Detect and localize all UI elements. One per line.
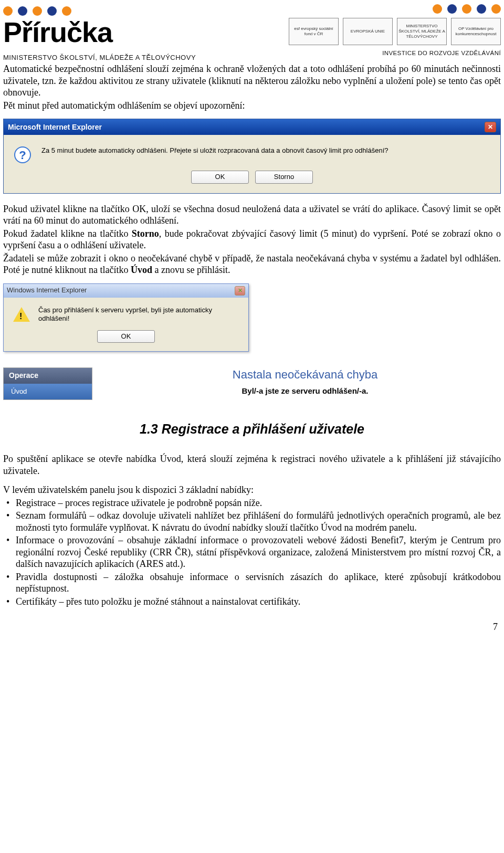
decorative-dots-right: [433, 4, 501, 14]
error-title: Nastala neočekávaná chyba: [109, 367, 501, 382]
list-item: Pravidla dostupnosti – záložka obsahuje …: [16, 571, 501, 595]
list-item: Certifikáty – přes tuto položku je možné…: [16, 596, 501, 608]
bold-storno: Storno: [132, 228, 159, 239]
msmt-logo: MINISTERSTVO ŠKOLSTVÍ, MLÁDEŽE A TĚLOVÝC…: [397, 18, 447, 45]
paragraph-5: V levém uživatelském panelu jsou k dispo…: [3, 484, 501, 496]
paragraph-4: Po spuštění aplikace se otevře nabídka Ú…: [3, 453, 501, 477]
ok-button[interactable]: OK: [97, 330, 155, 343]
section-number: 1.3: [140, 422, 158, 436]
document-content: Automatické bezpečnostní odhlášení slouž…: [0, 63, 504, 612]
list-item: Registrace – proces registrace uživatele…: [16, 497, 501, 509]
invest-tagline: INVESTICE DO ROZVOJE VZDĚLÁVÁNÍ: [382, 49, 501, 57]
dot-icon: [18, 6, 27, 16]
dot-icon: [47, 6, 57, 16]
close-icon[interactable]: ✕: [485, 122, 496, 132]
paragraph-3b: Pokud žadatel klikne na tlačítko Storno,…: [3, 228, 501, 251]
dialog2-button-row: OK: [4, 327, 248, 351]
paragraph-2: Pět minut před automatickým odhlášením s…: [3, 100, 501, 112]
operations-header: Operace: [4, 368, 92, 384]
dot-icon: [33, 6, 42, 16]
paragraph-3a: Pokud uživatel klikne na tlačítko OK, ul…: [3, 203, 501, 227]
ministry-subtitle: MINISTERSTVO ŠKOLSTVÍ, MLÁDEŽE A TĚLOVÝC…: [3, 54, 196, 62]
dialog1-title: Microsoft Internet Explorer: [8, 123, 102, 132]
ie-timeout-dialog: Windows Internet Explorer ✕ Čas pro přih…: [3, 283, 249, 352]
dialog2-title: Windows Internet Explorer: [7, 286, 87, 294]
question-icon: ?: [14, 146, 31, 163]
header-left: Příručka MINISTERSTVO ŠKOLSTVÍ, MLÁDEŽE …: [3, 3, 196, 62]
dialog2-titlebar: Windows Internet Explorer ✕: [4, 284, 248, 298]
bold-uvod: Úvod: [131, 265, 152, 275]
text-span: Pokud žadatel klikne na tlačítko: [3, 228, 132, 239]
operations-sidebar: Operace Úvod: [3, 367, 92, 400]
dot-icon: [62, 6, 71, 16]
header-right: esf evropský sociální fond v ČR EVROPSKÁ…: [289, 4, 501, 57]
dot-icon: [3, 6, 13, 16]
sidebar-item-uvod[interactable]: Úvod: [4, 384, 92, 399]
warning-icon: [13, 307, 30, 322]
dialog2-message: Čas pro přihlášení k serveru vypršel, by…: [38, 306, 239, 323]
error-panel: Operace Úvod Nastala neočekávaná chyba B…: [3, 367, 501, 400]
ie-confirm-dialog: Microsoft Internet Explorer ✕ ? Za 5 min…: [3, 119, 501, 193]
logo-title: Příručka: [3, 18, 196, 46]
dot-icon: [433, 4, 442, 14]
error-message-area: Nastala neočekávaná chyba Byl/-a jste ze…: [109, 367, 501, 400]
page-number: 7: [0, 612, 504, 636]
dialog1-button-row: OK Storno: [4, 171, 500, 193]
op-logo: OP Vzdělávání pro konkurenceschopnost: [451, 18, 501, 45]
paragraph-3c: Žadateli se může zobrazit i okno o neoče…: [3, 252, 501, 276]
dot-icon: [491, 4, 501, 14]
dialog1-titlebar: Microsoft Internet Explorer ✕: [4, 119, 500, 135]
ok-button[interactable]: OK: [191, 171, 249, 183]
list-item: Informace o provozování – obsahuje zákla…: [16, 534, 501, 570]
paragraph-1: Automatické bezpečnostní odhlášení slouž…: [3, 63, 501, 99]
esf-logo: esf evropský sociální fond v ČR: [289, 18, 339, 45]
dot-icon: [462, 4, 471, 14]
dialog1-message: Za 5 minut budete automaticky odhlášeni.…: [41, 146, 388, 155]
sponsor-logos-row: esf evropský sociální fond v ČR EVROPSKÁ…: [289, 16, 501, 47]
dot-icon: [477, 4, 486, 14]
dialog2-body: Čas pro přihlášení k serveru vypršel, by…: [4, 298, 248, 328]
document-header: Příručka MINISTERSTVO ŠKOLSTVÍ, MLÁDEŽE …: [0, 0, 504, 62]
menu-description-list: Registrace – proces registrace uživatele…: [3, 497, 501, 608]
close-icon[interactable]: ✕: [235, 286, 245, 296]
section-title: Registrace a přihlášení uživatele: [162, 422, 364, 436]
error-subtitle: Byl/-a jste ze serveru odhlášen/-a.: [109, 386, 501, 396]
list-item: Seznam formulářů – odkaz dovoluje uživat…: [16, 510, 501, 533]
section-heading: 1.3 Registrace a přihlášení uživatele: [3, 421, 501, 437]
storno-button[interactable]: Storno: [255, 171, 313, 183]
text-span: Žadateli se může zobrazit i okno o neoče…: [3, 253, 501, 276]
dot-icon: [447, 4, 457, 14]
dialog1-body: ? Za 5 minut budete automaticky odhlášen…: [4, 135, 500, 171]
decorative-dots-left: [3, 6, 196, 16]
eu-logo: EVROPSKÁ UNIE: [343, 18, 393, 45]
text-span: a znovu se přihlásit.: [152, 265, 230, 275]
